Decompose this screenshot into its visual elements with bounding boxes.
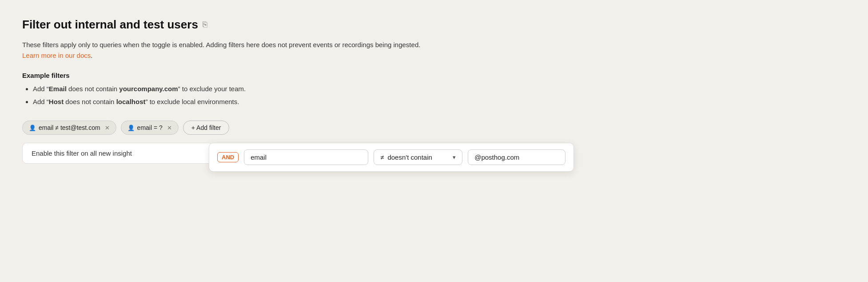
example-filters-section: Example filters Add “Email does not cont… — [22, 72, 846, 108]
close-icon-0[interactable]: ✕ — [105, 125, 110, 131]
close-icon-1[interactable]: ✕ — [167, 125, 172, 131]
filter-chip-1[interactable]: 👤 email = ? ✕ — [121, 121, 179, 135]
filter-editor-popup: AND ≠ doesn't contain ▾ — [209, 143, 574, 172]
property-input[interactable] — [244, 149, 368, 165]
bottom-section: Enable this filter on all new insight AN… — [22, 143, 846, 164]
link-icon[interactable]: ⎘ — [203, 20, 207, 29]
user-icon-0: 👤 — [29, 125, 36, 131]
operator-label: doesn't contain — [387, 153, 432, 161]
example-filters-list: Add “Email does not contain yourcompany.… — [22, 83, 846, 108]
and-badge: AND — [217, 152, 239, 162]
filter-chip-label-1: email = ? — [137, 124, 163, 131]
filter-chip-0[interactable]: 👤 email ≠ test@test.com ✕ — [22, 121, 116, 135]
filter-chip-label-0: email ≠ test@test.com — [39, 124, 100, 131]
learn-more-link[interactable]: Learn more in our docs — [22, 52, 91, 59]
example-filters-title: Example filters — [22, 72, 846, 79]
user-icon-1: 👤 — [127, 125, 135, 131]
description-text: These filters apply only to queries when… — [22, 41, 420, 48]
enable-filter-label: Enable this filter on all new insight — [32, 149, 132, 157]
page-title: Filter out internal and test users ⎘ — [22, 18, 846, 32]
chevron-down-icon: ▾ — [453, 154, 456, 161]
example-filter-item-2: Add “Host does not contain localhost” to… — [33, 96, 846, 109]
add-filter-button[interactable]: + Add filter — [183, 121, 230, 135]
value-input[interactable] — [468, 149, 565, 165]
example-filter-item-1: Add “Email does not contain yourcompany.… — [33, 83, 846, 96]
enable-filter-box: Enable this filter on all new insight — [22, 143, 213, 164]
description: These filters apply only to queries when… — [22, 40, 422, 61]
main-heading: Filter out internal and test users — [22, 18, 198, 32]
operator-select[interactable]: ≠ doesn't contain ▾ — [374, 149, 462, 165]
operator-icon: ≠ — [380, 153, 384, 161]
filters-row: 👤 email ≠ test@test.com ✕ 👤 email = ? ✕ … — [22, 121, 846, 135]
